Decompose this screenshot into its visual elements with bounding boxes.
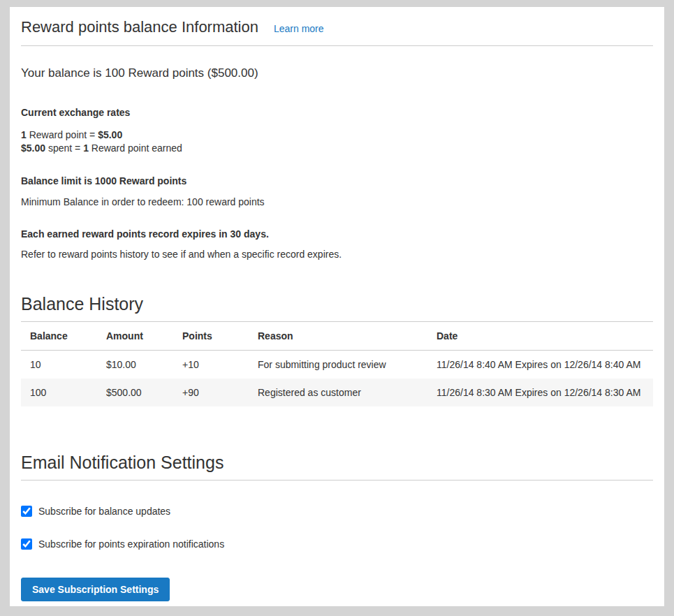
table-row: 100 $500.00 +90 Registered as customer 1… bbox=[21, 379, 653, 406]
cell-reason: For submitting product review bbox=[249, 351, 427, 379]
subscribe-expiration-notifications-checkbox[interactable] bbox=[21, 538, 32, 550]
balance-summary: Your balance is 100 Reward points ($500.… bbox=[21, 66, 653, 80]
save-subscription-settings-button[interactable]: Save Subscription Settings bbox=[21, 578, 170, 601]
cell-balance: 100 bbox=[21, 379, 97, 406]
page-header: Reward points balance Information Learn … bbox=[21, 18, 653, 46]
cell-date: 11/26/14 8:40 AM Expires on 12/26/14 8:4… bbox=[427, 351, 653, 379]
table-header-row: Balance Amount Points Reason Date bbox=[21, 322, 653, 351]
balance-history-heading: Balance History bbox=[21, 294, 653, 322]
cell-date: 11/26/14 8:30 AM Expires on 12/26/14 8:3… bbox=[427, 379, 653, 406]
email-notification-settings-heading: Email Notification Settings bbox=[21, 453, 653, 481]
subscribe-expiration-notifications-row: Subscribe for points expiration notifica… bbox=[21, 538, 653, 550]
exchange-line2-text: spent = bbox=[45, 142, 83, 154]
spend-money-value: $5.00 bbox=[21, 142, 45, 154]
subscribe-balance-updates-row: Subscribe for balance updates bbox=[21, 506, 653, 517]
cell-balance: 10 bbox=[21, 351, 97, 379]
cell-amount: $10.00 bbox=[97, 351, 173, 379]
exchange-rates-lines: 1 Reward point = $5.00 $5.00 spent = 1 R… bbox=[21, 129, 653, 155]
earned-points-value: 1 bbox=[83, 142, 89, 154]
subscribe-balance-updates-label[interactable]: Subscribe for balance updates bbox=[38, 506, 170, 517]
column-header-points: Points bbox=[173, 322, 249, 351]
exchange-rates-heading: Current exchange rates bbox=[21, 107, 653, 118]
minimum-balance-note: Minimum Balance in order to redeem: 100 … bbox=[21, 196, 653, 207]
exchange-money-value: $5.00 bbox=[98, 129, 122, 140]
content-card: Reward points balance Information Learn … bbox=[10, 7, 664, 606]
exchange-line2-tail: Reward point earned bbox=[89, 142, 182, 154]
subscribe-balance-updates-checkbox[interactable] bbox=[21, 506, 32, 517]
column-header-reason: Reason bbox=[249, 322, 427, 351]
table-row: 10 $10.00 +10 For submitting product rev… bbox=[21, 351, 653, 379]
learn-more-link[interactable]: Learn more bbox=[274, 23, 324, 34]
cell-points: +90 bbox=[173, 379, 249, 406]
cell-reason: Registered as customer bbox=[249, 379, 427, 406]
page-background: Reward points balance Information Learn … bbox=[0, 0, 674, 616]
column-header-date: Date bbox=[427, 322, 653, 351]
cell-amount: $500.00 bbox=[97, 379, 173, 406]
cell-points: +10 bbox=[173, 351, 249, 379]
exchange-points-value: 1 bbox=[21, 129, 27, 140]
column-header-balance: Balance bbox=[21, 322, 97, 351]
exchange-rate-line-1: 1 Reward point = $5.00 bbox=[21, 129, 653, 142]
exchange-rate-line-2: $5.00 spent = 1 Reward point earned bbox=[21, 142, 653, 155]
email-notification-settings-section: Email Notification Settings Subscribe fo… bbox=[21, 453, 653, 601]
page-title: Reward points balance Information bbox=[21, 18, 258, 36]
subscribe-expiration-notifications-label[interactable]: Subscribe for points expiration notifica… bbox=[38, 538, 224, 550]
balance-history-section: Balance History Balance Amount Points Re… bbox=[21, 294, 653, 406]
exchange-line1-text: Reward point = bbox=[27, 129, 98, 140]
expiration-note: Refer to reward points history to see if… bbox=[21, 249, 653, 260]
balance-history-table: Balance Amount Points Reason Date 10 $10… bbox=[21, 322, 653, 406]
expiration-notice: Each earned reward points record expires… bbox=[21, 228, 653, 240]
balance-limit-notice: Balance limit is 1000 Reward points bbox=[21, 175, 653, 186]
column-header-amount: Amount bbox=[97, 322, 173, 351]
